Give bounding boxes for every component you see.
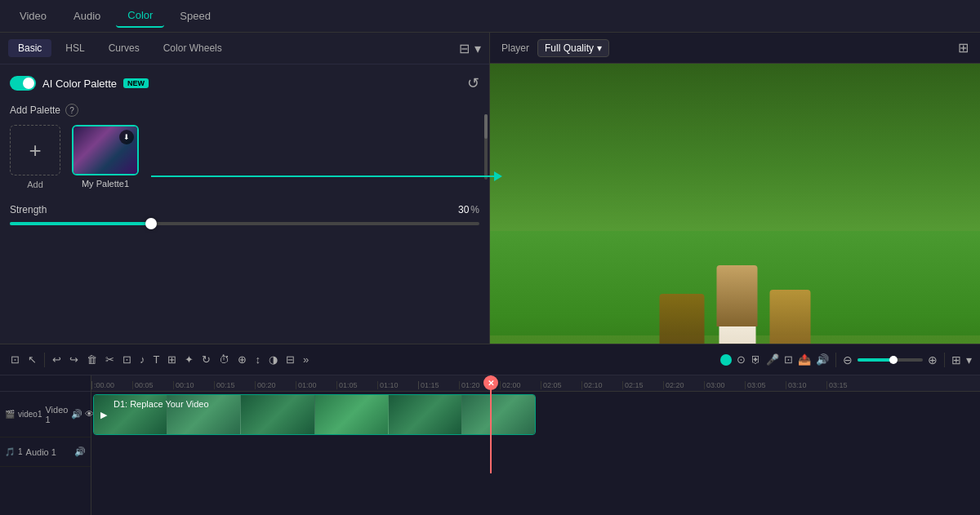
palette-1-name: My Palette1 [82, 179, 129, 189]
track-label-video: 🎬 video1 Video 1 🔊 👁 [0, 392, 91, 437]
cut-btn[interactable]: ✂ [103, 352, 117, 367]
more-btn[interactable]: » [301, 352, 311, 367]
sub-tab-curves[interactable]: Curves [99, 39, 149, 57]
tab-audio[interactable]: Audio [62, 5, 112, 27]
playhead[interactable]: ✕ [490, 375, 492, 473]
ai-palette-row: AI Color Palette NEW ↺ [10, 74, 479, 92]
zoom-in-btn[interactable]: ⊕ [928, 353, 938, 366]
speaker-icon-audio[interactable]: 🔊 [74, 446, 86, 457]
scroll-indicator [484, 114, 488, 180]
add-palette-header: Add Palette ? [10, 104, 479, 117]
media-btn[interactable]: ⊡ [784, 353, 793, 366]
audio-track [91, 437, 980, 467]
sub-tab-color-wheels[interactable]: Color Wheels [154, 39, 232, 57]
split-view-btn[interactable]: ⊟ [459, 41, 470, 56]
render-btn[interactable]: ⊙ [737, 353, 746, 366]
color-grade-btn[interactable]: ◑ [266, 352, 280, 367]
speed-btn[interactable]: ⏱ [216, 352, 232, 367]
timeline-area: ⊡ ↖ ↩ ↪ 🗑 ✂ ⊡ ♪ T ⊞ ✦ ↻ ⏱ ⊕ ↕ ◑ ⊟ » ⊙ ⛨ … [0, 344, 980, 515]
sub-tab-hsl[interactable]: HSL [56, 39, 94, 57]
grid-view-btn[interactable]: ▾ [966, 353, 972, 366]
video-clip[interactable]: ▶ D1: Replace Your Video [93, 394, 536, 435]
tab-speed[interactable]: Speed [168, 5, 222, 27]
track-label-audio: 🎵 1 Audio 1 🔊 [0, 437, 91, 467]
zoom-slider[interactable] [858, 358, 923, 362]
mic-btn[interactable]: 🎤 [766, 353, 779, 366]
video-track-label: Video 1 [45, 405, 68, 424]
crop-btn[interactable]: ⊞ [165, 352, 179, 367]
video-track: ▶ D1: Replace Your Video [91, 392, 980, 437]
pointer-btn[interactable]: ↖ [25, 352, 39, 367]
ai-palette-toggle[interactable] [10, 76, 36, 91]
add-palette-label: Add Palette [10, 104, 60, 116]
text-btn[interactable]: T [151, 352, 163, 367]
player-header: Player Full Quality ▾ ⊞ [490, 33, 980, 64]
delete-btn[interactable]: 🗑 [84, 352, 100, 367]
tab-video[interactable]: Video [8, 5, 58, 27]
export-btn[interactable]: 📤 [798, 353, 811, 366]
ai-palette-label: AI Color Palette [42, 78, 117, 90]
redo-btn[interactable]: ↪ [67, 352, 81, 367]
strength-unit: % [470, 204, 479, 215]
tab-color[interactable]: Color [116, 4, 164, 28]
loop-btn[interactable]: ↻ [199, 352, 213, 367]
strength-value: 30 [458, 204, 469, 215]
layout-btn[interactable]: ⊞ [951, 353, 961, 366]
timeline-main: :00.00 00:05 00:10 00:15 00:20 01:00 01:… [91, 375, 980, 515]
timeline-toolbar: ⊡ ↖ ↩ ↪ 🗑 ✂ ⊡ ♪ T ⊞ ✦ ↻ ⏱ ⊕ ↕ ◑ ⊟ » ⊙ ⛨ … [0, 344, 980, 375]
shield-btn[interactable]: ⛨ [751, 353, 761, 366]
copy-btn[interactable]: ⊕ [235, 352, 249, 367]
sub-tab-basic[interactable]: Basic [8, 39, 51, 57]
effects-btn[interactable]: ✦ [182, 352, 196, 367]
chevron-down-icon: ▾ [597, 42, 602, 54]
add-palette-btn[interactable]: + Add [10, 125, 60, 189]
help-icon: ? [65, 104, 78, 117]
strength-label: Strength [10, 204, 47, 215]
clip-label: D1: Replace Your Video [114, 399, 209, 409]
adjust-btn[interactable]: ⊟ [283, 352, 297, 367]
new-badge: NEW [123, 78, 149, 88]
quality-dropdown[interactable]: Full Quality ▾ [537, 39, 609, 57]
clip-play-icon: ▶ [100, 410, 107, 420]
speaker-icon-video[interactable]: 🔊 [71, 409, 82, 420]
grid-icon[interactable]: ⊞ [958, 40, 969, 55]
trim-btn[interactable]: ⊡ [120, 352, 134, 367]
track-labels: 🎬 video1 Video 1 🔊 👁 🎵 1 Audio 1 🔊 [0, 375, 91, 515]
ruler: :00.00 00:05 00:10 00:15 00:20 01:00 01:… [91, 375, 980, 392]
sub-tabs-bar: Basic HSL Curves Color Wheels ⊟ ▾ [0, 33, 489, 64]
strength-section: Strength 30 % [10, 204, 479, 225]
add-label: Add [27, 180, 43, 189]
move-btn[interactable]: ↕ [252, 352, 263, 367]
expand-btn[interactable]: ▾ [474, 41, 481, 56]
audio-track-label: Audio 1 [26, 447, 56, 457]
record-indicator [720, 354, 732, 366]
audio-trim-btn[interactable]: ♪ [137, 352, 148, 367]
split-clip-btn[interactable]: ⊡ [8, 352, 22, 367]
undo-btn[interactable]: ↩ [50, 352, 64, 367]
audio-settings-btn[interactable]: 🔊 [816, 353, 829, 366]
palette-item-1[interactable]: ⬇ My Palette1 [72, 125, 139, 189]
player-label: Player [501, 42, 529, 54]
reset-ai-btn[interactable]: ↺ [467, 74, 479, 92]
playhead-marker: ✕ [483, 375, 498, 390]
zoom-out-btn[interactable]: ⊖ [843, 353, 853, 366]
strength-slider[interactable] [10, 222, 479, 225]
